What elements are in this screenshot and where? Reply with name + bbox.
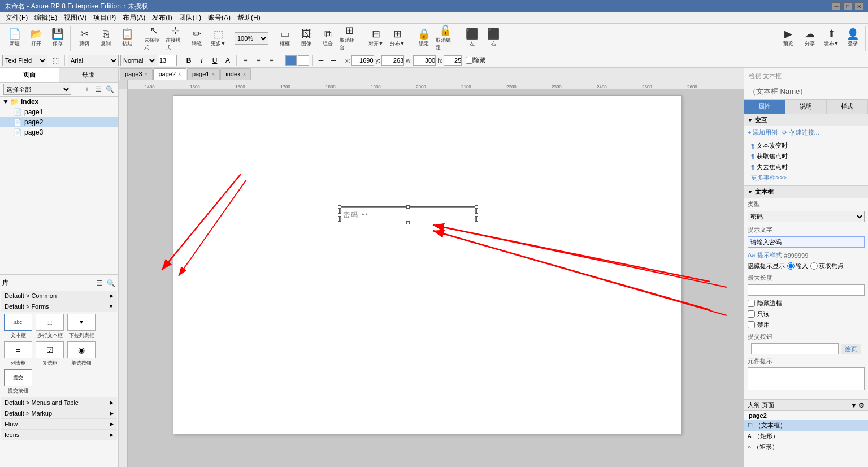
library-section-markup-header[interactable]: Default > Markup ▶ (1, 408, 117, 418)
hint-input[interactable] (748, 236, 865, 248)
hidden-checkbox[interactable] (466, 57, 473, 64)
library-item-textfield[interactable]: abc 文本框 (3, 314, 33, 339)
copy-button[interactable]: ⎘ 复制 (96, 27, 116, 50)
tab-close-icon[interactable]: × (178, 71, 181, 77)
send-backward-button[interactable]: ⬛ 右 (483, 27, 504, 50)
widget-type-select[interactable]: Text Field (2, 55, 47, 66)
connect-mode-button[interactable]: ⊹ 连接模式 (165, 27, 185, 50)
outline-filter-icon[interactable]: ▼ (850, 401, 857, 409)
align-center-button[interactable]: ≡ (253, 55, 264, 66)
w-input[interactable] (413, 55, 436, 66)
ungroup-button[interactable]: ⊞ 取消组合 (339, 27, 359, 50)
library-section-icons-header[interactable]: Icons ▶ (1, 430, 117, 440)
more-tools-button[interactable]: ⬚ 更多▼ (208, 27, 228, 50)
more-events-link[interactable]: 更多事件>>> (748, 172, 865, 183)
create-link-link[interactable]: ⟳ 创建连接... (782, 128, 819, 137)
library-item-submit[interactable]: 提交 提交按钮 (3, 369, 33, 395)
image-button[interactable]: 🖼 图像 (296, 27, 316, 50)
bring-forward-button[interactable]: ⬛ 左 (462, 27, 482, 50)
interaction-section-header[interactable]: ▼ 交互 (744, 114, 868, 126)
cut-button[interactable]: ✂ 剪切 (74, 27, 94, 50)
pen-button[interactable]: ✏ 钢笔 (186, 27, 207, 50)
library-section-menus-header[interactable]: Default > Menus and Table ▶ (1, 397, 117, 408)
menu-publish[interactable]: 发布(I) (149, 13, 175, 23)
library-section-flow-header[interactable]: Flow ▶ (1, 419, 117, 429)
library-item-textarea[interactable]: ⬚ 多行文本框 (35, 314, 64, 339)
submit-confirm-button[interactable]: 连页 (841, 344, 861, 354)
handle-bottom-left[interactable] (338, 221, 341, 224)
handle-top-right[interactable] (475, 205, 478, 209)
distribute-button[interactable]: ⊞ 分布▼ (387, 27, 407, 50)
outline-item-textbox[interactable]: ☐ （文本框） (744, 420, 868, 431)
textbox-section-header[interactable]: ▼ 文本框 (744, 186, 868, 198)
library-section-common-header[interactable]: Default > Common ▶ (1, 291, 117, 301)
menu-layout[interactable]: 布局(A) (119, 13, 149, 23)
menu-team[interactable]: 团队(T) (176, 13, 205, 23)
paste-button[interactable]: 📋 粘贴 (117, 27, 137, 50)
disabled-checkbox[interactable] (748, 321, 755, 328)
page-search-button[interactable]: 🔍 (105, 84, 115, 94)
handle-mid-right[interactable] (475, 213, 478, 217)
library-menu-button[interactable]: ☰ (94, 278, 105, 288)
bold-button[interactable]: B (183, 55, 194, 66)
menu-edit[interactable]: 编辑(E) (31, 13, 60, 23)
open-button[interactable]: 📂 打开 (26, 27, 46, 50)
readonly-checkbox[interactable] (748, 310, 755, 318)
group-button[interactable]: ⧉ 组合 (318, 27, 338, 50)
max-length-input[interactable] (748, 284, 865, 296)
line-width-button[interactable]: ─ (328, 55, 339, 66)
align-left-button[interactable]: ≡ (240, 55, 251, 66)
close-button[interactable]: ✕ (854, 2, 863, 10)
tab-pages[interactable]: 页面 (0, 68, 59, 82)
unlock-button[interactable]: 🔓 取消锁定 (435, 27, 455, 50)
maximize-button[interactable]: □ (843, 2, 852, 10)
handle-bottom-center[interactable] (406, 221, 410, 224)
hide-border-checkbox[interactable] (748, 300, 755, 307)
menu-view[interactable]: 视图(V) (60, 13, 90, 23)
widget-type-icon-button[interactable]: ⬚ (49, 55, 62, 66)
line-style-button[interactable]: ─ (315, 55, 327, 66)
selected-element-password-field[interactable]: 密码 •• (340, 207, 476, 222)
page-tab-page2[interactable]: page2 × (153, 68, 186, 80)
add-page-button[interactable]: + (82, 84, 92, 94)
outline-item-rect1[interactable]: A （矩形） (744, 431, 868, 442)
fill-color-swatch[interactable] (285, 55, 297, 66)
line-color-swatch[interactable] (298, 55, 309, 66)
preview-button[interactable]: ▶ 预览 (778, 27, 798, 50)
menu-file[interactable]: 文件(F) (2, 13, 31, 23)
lock-button[interactable]: 🔒 锁定 (414, 27, 434, 50)
outline-settings-icon[interactable]: ⚙ (858, 401, 865, 409)
library-search-button[interactable]: 🔍 (106, 278, 116, 288)
canvas-content[interactable]: 密码 •• (128, 89, 744, 467)
rtab-properties[interactable]: 属性 (744, 100, 785, 114)
font-color-button[interactable]: A (222, 55, 233, 66)
menu-help[interactable]: 帮助(H) (234, 13, 264, 23)
tab-masters[interactable]: 母版 (59, 68, 119, 82)
page-tree-folder-index[interactable]: ▼ 📁 index (0, 97, 118, 107)
handle-top-center[interactable] (406, 205, 410, 209)
rtab-style[interactable]: 样式 (827, 100, 868, 114)
share-button[interactable]: ☁ 分享 (800, 27, 820, 50)
page-tree-item-page3[interactable]: 📄 page3 (0, 127, 118, 137)
tab-close-icon[interactable]: × (243, 71, 246, 77)
rectangle-button[interactable]: ▭ 框框 (275, 27, 295, 50)
add-case-link[interactable]: + 添加用例 (748, 128, 778, 137)
minimize-button[interactable]: ─ (832, 2, 841, 10)
hint-input-radio[interactable] (787, 262, 795, 270)
tab-close-icon[interactable]: × (145, 71, 148, 77)
font-style-select[interactable]: Normal (120, 55, 157, 66)
italic-button[interactable]: I (196, 55, 207, 66)
page-menu-button[interactable]: ☰ (93, 84, 103, 94)
new-button[interactable]: 📄 新建 (5, 27, 25, 50)
align-button[interactable]: ⊟ 对齐▼ (366, 27, 386, 50)
x-input[interactable] (351, 55, 374, 66)
rtab-description[interactable]: 说明 (785, 100, 827, 114)
select-mode-button[interactable]: ↖ 选择模式 (144, 27, 164, 50)
library-section-forms-header[interactable]: Default > Forms ▼ (1, 301, 117, 312)
outline-item-rect2[interactable]: ○ （矩形） (744, 442, 868, 452)
login-button[interactable]: 👤 登录 (843, 27, 863, 50)
library-item-radio[interactable]: ◉ 单选按钮 (67, 341, 96, 367)
library-item-listbox[interactable]: ☰ 列表框 (3, 341, 33, 367)
y-input[interactable] (381, 55, 404, 66)
underline-button[interactable]: U (209, 55, 220, 66)
